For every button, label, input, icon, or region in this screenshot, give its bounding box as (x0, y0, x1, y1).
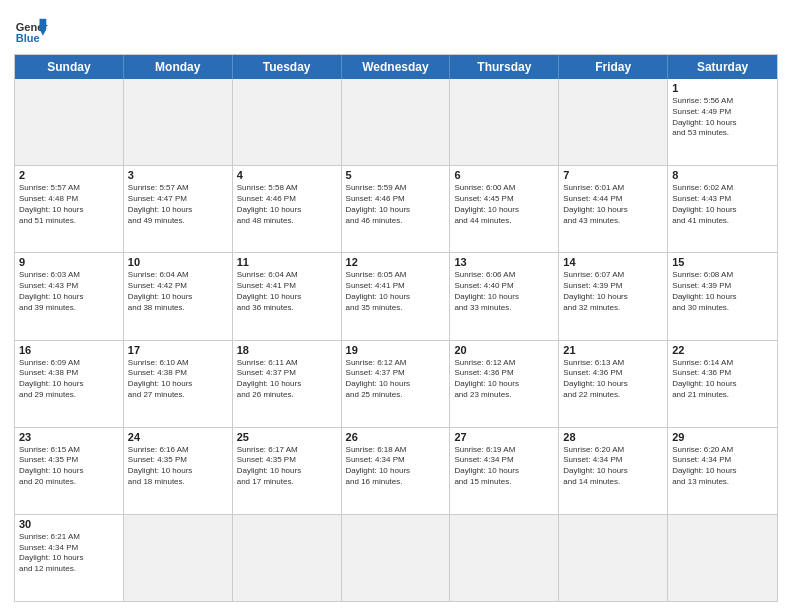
calendar-cell: 20Sunrise: 6:12 AM Sunset: 4:36 PM Dayli… (450, 341, 559, 427)
weekday-header: Tuesday (233, 55, 342, 79)
day-info: Sunrise: 6:20 AM Sunset: 4:34 PM Dayligh… (563, 445, 663, 488)
calendar-cell: 15Sunrise: 6:08 AM Sunset: 4:39 PM Dayli… (668, 253, 777, 339)
day-info: Sunrise: 6:18 AM Sunset: 4:34 PM Dayligh… (346, 445, 446, 488)
day-info: Sunrise: 6:09 AM Sunset: 4:38 PM Dayligh… (19, 358, 119, 401)
calendar-cell: 3Sunrise: 5:57 AM Sunset: 4:47 PM Daylig… (124, 166, 233, 252)
day-info: Sunrise: 6:00 AM Sunset: 4:45 PM Dayligh… (454, 183, 554, 226)
day-number: 12 (346, 256, 446, 268)
calendar-cell: 13Sunrise: 6:06 AM Sunset: 4:40 PM Dayli… (450, 253, 559, 339)
calendar-cell: 22Sunrise: 6:14 AM Sunset: 4:36 PM Dayli… (668, 341, 777, 427)
day-info: Sunrise: 6:08 AM Sunset: 4:39 PM Dayligh… (672, 270, 773, 313)
day-number: 30 (19, 518, 119, 530)
calendar-body: 1Sunrise: 5:56 AM Sunset: 4:49 PM Daylig… (15, 79, 777, 601)
day-info: Sunrise: 6:10 AM Sunset: 4:38 PM Dayligh… (128, 358, 228, 401)
day-number: 7 (563, 169, 663, 181)
day-number: 27 (454, 431, 554, 443)
calendar-cell: 10Sunrise: 6:04 AM Sunset: 4:42 PM Dayli… (124, 253, 233, 339)
calendar-cell: 8Sunrise: 6:02 AM Sunset: 4:43 PM Daylig… (668, 166, 777, 252)
calendar-cell: 27Sunrise: 6:19 AM Sunset: 4:34 PM Dayli… (450, 428, 559, 514)
day-info: Sunrise: 5:58 AM Sunset: 4:46 PM Dayligh… (237, 183, 337, 226)
day-number: 4 (237, 169, 337, 181)
calendar-cell (124, 79, 233, 165)
calendar-cell (450, 515, 559, 601)
calendar-cell (233, 79, 342, 165)
logo: General Blue (14, 12, 48, 46)
calendar-cell: 4Sunrise: 5:58 AM Sunset: 4:46 PM Daylig… (233, 166, 342, 252)
day-number: 11 (237, 256, 337, 268)
calendar-cell: 9Sunrise: 6:03 AM Sunset: 4:43 PM Daylig… (15, 253, 124, 339)
day-info: Sunrise: 5:59 AM Sunset: 4:46 PM Dayligh… (346, 183, 446, 226)
day-number: 25 (237, 431, 337, 443)
day-info: Sunrise: 6:21 AM Sunset: 4:34 PM Dayligh… (19, 532, 119, 575)
calendar-row: 9Sunrise: 6:03 AM Sunset: 4:43 PM Daylig… (15, 252, 777, 339)
day-number: 20 (454, 344, 554, 356)
weekday-header: Wednesday (342, 55, 451, 79)
calendar-row: 2Sunrise: 5:57 AM Sunset: 4:48 PM Daylig… (15, 165, 777, 252)
day-info: Sunrise: 6:02 AM Sunset: 4:43 PM Dayligh… (672, 183, 773, 226)
day-info: Sunrise: 5:57 AM Sunset: 4:47 PM Dayligh… (128, 183, 228, 226)
calendar-cell: 12Sunrise: 6:05 AM Sunset: 4:41 PM Dayli… (342, 253, 451, 339)
calendar-cell: 26Sunrise: 6:18 AM Sunset: 4:34 PM Dayli… (342, 428, 451, 514)
svg-marker-2 (40, 19, 47, 29)
day-number: 2 (19, 169, 119, 181)
weekday-header: Friday (559, 55, 668, 79)
day-info: Sunrise: 6:06 AM Sunset: 4:40 PM Dayligh… (454, 270, 554, 313)
day-info: Sunrise: 6:05 AM Sunset: 4:41 PM Dayligh… (346, 270, 446, 313)
day-number: 3 (128, 169, 228, 181)
day-number: 19 (346, 344, 446, 356)
calendar-row: 1Sunrise: 5:56 AM Sunset: 4:49 PM Daylig… (15, 79, 777, 165)
calendar-cell: 19Sunrise: 6:12 AM Sunset: 4:37 PM Dayli… (342, 341, 451, 427)
calendar-cell: 16Sunrise: 6:09 AM Sunset: 4:38 PM Dayli… (15, 341, 124, 427)
calendar-row: 23Sunrise: 6:15 AM Sunset: 4:35 PM Dayli… (15, 427, 777, 514)
calendar-cell (342, 79, 451, 165)
day-number: 14 (563, 256, 663, 268)
calendar-cell: 2Sunrise: 5:57 AM Sunset: 4:48 PM Daylig… (15, 166, 124, 252)
day-number: 5 (346, 169, 446, 181)
calendar-cell: 28Sunrise: 6:20 AM Sunset: 4:34 PM Dayli… (559, 428, 668, 514)
day-info: Sunrise: 6:12 AM Sunset: 4:37 PM Dayligh… (346, 358, 446, 401)
calendar-cell: 14Sunrise: 6:07 AM Sunset: 4:39 PM Dayli… (559, 253, 668, 339)
day-info: Sunrise: 6:13 AM Sunset: 4:36 PM Dayligh… (563, 358, 663, 401)
calendar-cell: 23Sunrise: 6:15 AM Sunset: 4:35 PM Dayli… (15, 428, 124, 514)
calendar-cell (668, 515, 777, 601)
day-number: 10 (128, 256, 228, 268)
weekday-header: Sunday (15, 55, 124, 79)
calendar-cell: 11Sunrise: 6:04 AM Sunset: 4:41 PM Dayli… (233, 253, 342, 339)
day-number: 8 (672, 169, 773, 181)
weekday-header: Saturday (668, 55, 777, 79)
day-number: 21 (563, 344, 663, 356)
calendar-cell: 7Sunrise: 6:01 AM Sunset: 4:44 PM Daylig… (559, 166, 668, 252)
weekday-header: Thursday (450, 55, 559, 79)
calendar-cell (450, 79, 559, 165)
day-number: 29 (672, 431, 773, 443)
calendar-cell: 24Sunrise: 6:16 AM Sunset: 4:35 PM Dayli… (124, 428, 233, 514)
calendar-cell: 21Sunrise: 6:13 AM Sunset: 4:36 PM Dayli… (559, 341, 668, 427)
day-info: Sunrise: 6:17 AM Sunset: 4:35 PM Dayligh… (237, 445, 337, 488)
day-number: 22 (672, 344, 773, 356)
calendar-cell: 5Sunrise: 5:59 AM Sunset: 4:46 PM Daylig… (342, 166, 451, 252)
day-info: Sunrise: 6:16 AM Sunset: 4:35 PM Dayligh… (128, 445, 228, 488)
page-header: General Blue (14, 12, 778, 46)
calendar-cell (559, 79, 668, 165)
day-number: 9 (19, 256, 119, 268)
day-info: Sunrise: 6:20 AM Sunset: 4:34 PM Dayligh… (672, 445, 773, 488)
day-number: 6 (454, 169, 554, 181)
calendar-cell (342, 515, 451, 601)
day-number: 13 (454, 256, 554, 268)
day-number: 26 (346, 431, 446, 443)
calendar-row: 30Sunrise: 6:21 AM Sunset: 4:34 PM Dayli… (15, 514, 777, 601)
day-number: 16 (19, 344, 119, 356)
logo-icon: General Blue (14, 12, 48, 46)
calendar-cell: 1Sunrise: 5:56 AM Sunset: 4:49 PM Daylig… (668, 79, 777, 165)
calendar-header: SundayMondayTuesdayWednesdayThursdayFrid… (15, 55, 777, 79)
day-info: Sunrise: 6:01 AM Sunset: 4:44 PM Dayligh… (563, 183, 663, 226)
day-info: Sunrise: 6:04 AM Sunset: 4:42 PM Dayligh… (128, 270, 228, 313)
calendar-cell (559, 515, 668, 601)
calendar-cell (15, 79, 124, 165)
day-info: Sunrise: 5:56 AM Sunset: 4:49 PM Dayligh… (672, 96, 773, 139)
calendar-cell: 18Sunrise: 6:11 AM Sunset: 4:37 PM Dayli… (233, 341, 342, 427)
calendar-row: 16Sunrise: 6:09 AM Sunset: 4:38 PM Dayli… (15, 340, 777, 427)
day-info: Sunrise: 6:07 AM Sunset: 4:39 PM Dayligh… (563, 270, 663, 313)
day-info: Sunrise: 6:19 AM Sunset: 4:34 PM Dayligh… (454, 445, 554, 488)
calendar-cell: 30Sunrise: 6:21 AM Sunset: 4:34 PM Dayli… (15, 515, 124, 601)
